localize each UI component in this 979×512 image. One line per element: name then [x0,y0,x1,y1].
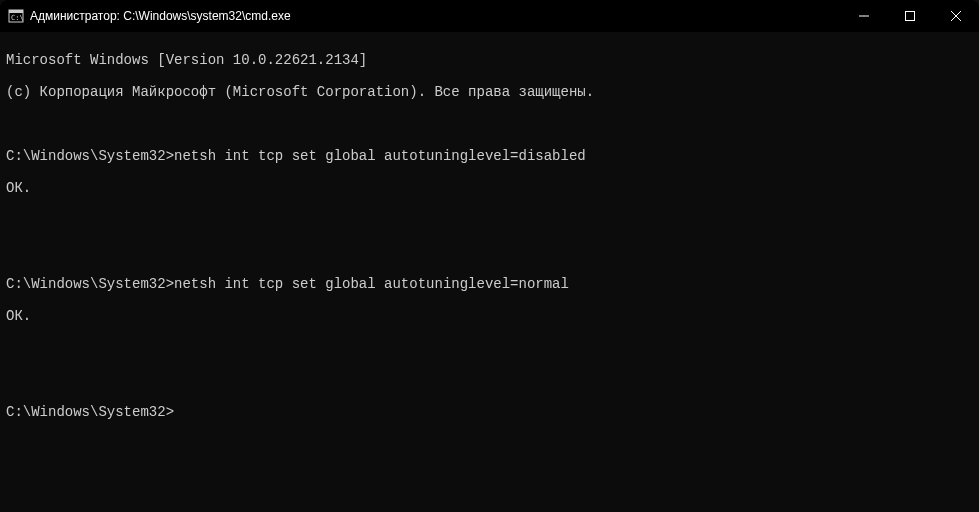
svg-rect-1 [9,10,23,13]
window-title: Администратор: C:\Windows\system32\cmd.e… [30,9,291,23]
result-line-1: ОК. [6,180,973,196]
result-line-2: ОК. [6,308,973,324]
command-text: netsh int tcp set global autotuninglevel… [174,276,569,292]
blank-line [6,372,973,388]
prompt: C:\Windows\System32> [6,276,174,292]
minimize-button[interactable] [841,0,887,32]
prompt: C:\Windows\System32> [6,148,174,164]
titlebar-left: C:\ Администратор: C:\Windows\system32\c… [8,8,291,24]
blank-line [6,340,973,356]
svg-text:C:\: C:\ [11,14,24,22]
svg-rect-4 [906,12,915,21]
window-controls [841,0,979,32]
copyright-line: (c) Корпорация Майкрософт (Microsoft Cor… [6,84,973,100]
terminal-output[interactable]: Microsoft Windows [Version 10.0.22621.21… [0,32,979,440]
prompt: C:\Windows\System32> [6,404,174,420]
cmd-icon: C:\ [8,8,24,24]
window-titlebar: C:\ Администратор: C:\Windows\system32\c… [0,0,979,32]
maximize-button[interactable] [887,0,933,32]
version-line: Microsoft Windows [Version 10.0.22621.21… [6,52,973,68]
blank-line [6,116,973,132]
close-button[interactable] [933,0,979,32]
blank-line [6,244,973,260]
command-line-1: C:\Windows\System32>netsh int tcp set gl… [6,148,973,164]
blank-line [6,212,973,228]
command-text: netsh int tcp set global autotuninglevel… [174,148,586,164]
current-prompt-line: C:\Windows\System32> [6,404,973,420]
command-line-2: C:\Windows\System32>netsh int tcp set gl… [6,276,973,292]
